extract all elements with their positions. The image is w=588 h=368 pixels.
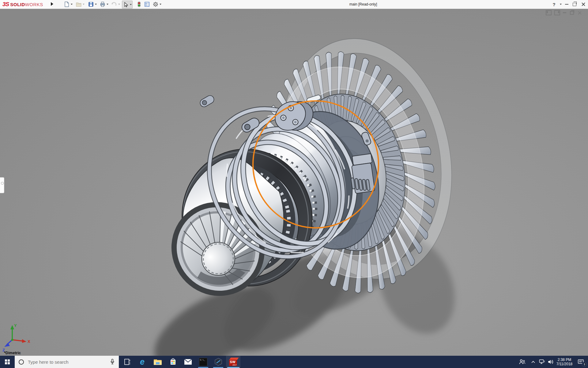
people-icon — [519, 359, 526, 365]
open-document-button[interactable] — [76, 1, 85, 8]
brand-name-light: WORKS — [25, 2, 43, 7]
mail-icon — [184, 359, 192, 365]
doc-close-button[interactable] — [578, 11, 582, 15]
speaker-icon — [548, 359, 554, 365]
open-folder-icon — [76, 1, 82, 7]
file-properties-icon — [144, 1, 150, 7]
undo-icon — [111, 1, 117, 7]
doc-minimize-button[interactable] — [563, 12, 566, 13]
taskbar-item-edge[interactable]: e — [135, 356, 149, 368]
search-input[interactable] — [27, 359, 110, 365]
taskbar-item-mail[interactable] — [181, 356, 195, 368]
edge-icon: e — [140, 358, 145, 366]
minimize-icon — [565, 4, 568, 5]
show-right-pane-button[interactable] — [554, 10, 560, 15]
save-floppy-icon — [88, 1, 94, 7]
print-button[interactable] — [100, 1, 108, 8]
file-properties-button[interactable] — [144, 1, 150, 8]
clock[interactable]: 2:38 PM 7/11/2018 — [555, 356, 574, 368]
print-icon — [100, 1, 106, 7]
command-prompt-icon: C:\_ — [199, 358, 207, 366]
restore-button[interactable] — [571, 0, 578, 9]
start-button[interactable] — [0, 356, 15, 368]
gear-icon — [153, 1, 159, 7]
tray-overflow-button[interactable] — [529, 356, 537, 368]
notification-badge: 3 — [582, 362, 587, 367]
cad-viewport[interactable] — [0, 0, 588, 368]
brand-name-strong: SOLID — [10, 2, 25, 7]
doc-restore-button[interactable] — [570, 11, 574, 15]
windows-logo-icon — [5, 359, 10, 364]
action-center-button[interactable]: 3 — [575, 356, 587, 368]
taskbar-item-store[interactable] — [166, 356, 180, 368]
taskbar-item-file-explorer[interactable] — [150, 356, 165, 368]
tray-date: 7/11/2018 — [556, 362, 573, 366]
title-bar: 3S SOLIDWORKS — [0, 0, 588, 9]
toolbar-flyout-icon[interactable] — [51, 2, 53, 6]
undo-button[interactable] — [111, 1, 120, 8]
rebuild-traffic-light-icon — [136, 1, 142, 7]
volume-button[interactable] — [546, 356, 555, 368]
solidworks-logo: 3S SOLIDWORKS — [0, 0, 51, 9]
people-button[interactable] — [517, 356, 527, 368]
taskbar-item-command-prompt[interactable]: C:\_ — [196, 356, 210, 368]
close-button[interactable] — [579, 0, 587, 9]
triad-x-label: X — [28, 339, 30, 344]
restore-icon — [573, 3, 576, 6]
document-window-controls — [546, 10, 582, 15]
task-view-button[interactable] — [120, 356, 134, 368]
windows-taskbar: e C:\_ SW2017 — [0, 356, 588, 368]
tray-time: 2:38 PM — [558, 358, 571, 362]
help-button[interactable]: ? — [551, 0, 557, 9]
network-icon — [539, 359, 545, 365]
new-document-button[interactable] — [64, 1, 73, 8]
save-button[interactable] — [88, 1, 97, 8]
new-document-icon — [64, 1, 70, 7]
minimize-button[interactable] — [563, 0, 570, 9]
view-orientation-label: *Dimetric — [4, 351, 21, 355]
close-icon — [582, 2, 585, 6]
hexagon-app-icon — [214, 358, 223, 366]
chevron-up-icon — [531, 360, 535, 363]
taskbar-item-solidworks[interactable]: SW2017 — [226, 356, 240, 368]
task-view-icon — [124, 358, 131, 365]
select-tool-button[interactable] — [122, 1, 133, 9]
triad-y-label: Y — [14, 323, 17, 328]
expand-pane-icon — [1, 182, 4, 185]
store-icon — [169, 358, 177, 366]
network-button[interactable] — [538, 356, 546, 368]
select-cursor-icon — [123, 2, 129, 8]
chevron-down-icon — [560, 4, 562, 5]
microphone-icon[interactable] — [110, 358, 115, 365]
rebuild-button[interactable] — [136, 1, 142, 8]
taskbar-item-hexagon-app[interactable] — [211, 356, 225, 368]
options-button[interactable] — [153, 1, 161, 8]
document-title: main [Read-only] — [349, 2, 377, 6]
cortana-icon — [19, 359, 24, 365]
solidworks-mark-icon: 3S — [2, 1, 9, 8]
file-explorer-icon — [153, 358, 162, 366]
help-menu-caret[interactable] — [558, 0, 562, 9]
show-left-pane-button[interactable] — [546, 10, 552, 15]
help-icon: ? — [552, 2, 555, 7]
solidworks-2017-icon: SW2017 — [229, 358, 238, 366]
taskbar-search[interactable] — [15, 356, 119, 368]
feature-manager-collapsed-tab[interactable] — [0, 177, 4, 193]
